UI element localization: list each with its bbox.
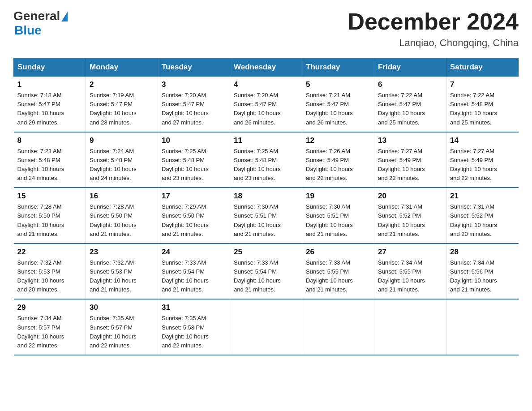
calendar-day-cell: 19 Sunrise: 7:30 AMSunset: 5:51 PMDaylig… [302,188,374,244]
day-number: 4 [234,80,298,89]
calendar-header-row: SundayMondayTuesdayWednesdayThursdayFrid… [14,58,519,77]
day-info: Sunrise: 7:33 AMSunset: 5:55 PMDaylight:… [306,259,353,293]
calendar-week-row: 29 Sunrise: 7:34 AMSunset: 5:57 PMDaylig… [14,299,519,355]
day-info: Sunrise: 7:28 AMSunset: 5:50 PMDaylight:… [17,203,64,237]
day-number: 22 [17,248,82,257]
day-number: 3 [162,80,226,89]
calendar-weekday-header: Friday [374,58,446,77]
day-info: Sunrise: 7:30 AMSunset: 5:51 PMDaylight:… [306,203,353,237]
day-number: 27 [378,248,442,257]
day-number: 9 [90,136,154,145]
calendar-day-cell: 16 Sunrise: 7:28 AMSunset: 5:50 PMDaylig… [86,188,158,244]
calendar-day-cell: 2 Sunrise: 7:19 AMSunset: 5:47 PMDayligh… [86,77,158,132]
day-info: Sunrise: 7:24 AMSunset: 5:48 PMDaylight:… [90,148,137,181]
logo: General Blue [13,9,68,38]
logo-triangle-icon [61,12,68,21]
day-number: 20 [378,192,442,201]
day-info: Sunrise: 7:34 AMSunset: 5:55 PMDaylight:… [378,259,425,293]
day-info: Sunrise: 7:31 AMSunset: 5:52 PMDaylight:… [378,203,425,237]
day-number: 17 [162,192,226,201]
calendar-day-cell: 15 Sunrise: 7:28 AMSunset: 5:50 PMDaylig… [14,188,86,244]
logo-blue: Blue [14,23,42,38]
calendar-day-cell: 17 Sunrise: 7:29 AMSunset: 5:50 PMDaylig… [158,188,230,244]
day-info: Sunrise: 7:31 AMSunset: 5:52 PMDaylight:… [450,203,497,237]
calendar-day-cell [446,299,519,355]
day-info: Sunrise: 7:32 AMSunset: 5:53 PMDaylight:… [90,259,137,293]
calendar-day-cell [374,299,446,355]
calendar-day-cell: 14 Sunrise: 7:27 AMSunset: 5:49 PMDaylig… [446,132,519,188]
day-info: Sunrise: 7:21 AMSunset: 5:47 PMDaylight:… [306,92,353,125]
calendar-day-cell: 18 Sunrise: 7:30 AMSunset: 5:51 PMDaylig… [230,188,302,244]
title-block: December 2024 Lanqiao, Chongqing, China [348,9,519,49]
day-number: 1 [17,80,82,89]
day-number: 16 [90,192,154,201]
calendar-day-cell: 9 Sunrise: 7:24 AMSunset: 5:48 PMDayligh… [86,132,158,188]
logo-general: General [13,9,60,23]
day-info: Sunrise: 7:29 AMSunset: 5:50 PMDaylight:… [162,203,209,237]
day-info: Sunrise: 7:22 AMSunset: 5:47 PMDaylight:… [378,92,425,125]
calendar-title: December 2024 [348,9,519,34]
calendar-day-cell [302,299,374,355]
calendar-day-cell: 10 Sunrise: 7:25 AMSunset: 5:48 PMDaylig… [158,132,230,188]
calendar-day-cell: 21 Sunrise: 7:31 AMSunset: 5:52 PMDaylig… [446,188,519,244]
calendar-day-cell [230,299,302,355]
day-info: Sunrise: 7:25 AMSunset: 5:48 PMDaylight:… [234,148,281,181]
calendar-day-cell: 1 Sunrise: 7:18 AMSunset: 5:47 PMDayligh… [14,77,86,132]
day-info: Sunrise: 7:27 AMSunset: 5:49 PMDaylight:… [450,148,497,181]
day-info: Sunrise: 7:35 AMSunset: 5:57 PMDaylight:… [90,315,137,348]
calendar-week-row: 8 Sunrise: 7:23 AMSunset: 5:48 PMDayligh… [14,132,519,188]
calendar-day-cell: 24 Sunrise: 7:33 AMSunset: 5:54 PMDaylig… [158,244,230,300]
calendar-day-cell: 3 Sunrise: 7:20 AMSunset: 5:47 PMDayligh… [158,77,230,132]
day-info: Sunrise: 7:20 AMSunset: 5:47 PMDaylight:… [162,92,209,125]
day-number: 18 [234,192,298,201]
day-number: 14 [450,136,515,145]
day-number: 28 [450,248,515,257]
calendar-weekday-header: Wednesday [230,58,302,77]
day-number: 2 [90,80,154,89]
calendar-day-cell: 4 Sunrise: 7:20 AMSunset: 5:47 PMDayligh… [230,77,302,132]
calendar-day-cell: 23 Sunrise: 7:32 AMSunset: 5:53 PMDaylig… [86,244,158,300]
day-info: Sunrise: 7:23 AMSunset: 5:48 PMDaylight:… [17,148,64,181]
day-info: Sunrise: 7:27 AMSunset: 5:49 PMDaylight:… [378,148,425,181]
day-info: Sunrise: 7:30 AMSunset: 5:51 PMDaylight:… [234,203,281,237]
day-number: 6 [378,80,442,89]
calendar-day-cell: 12 Sunrise: 7:26 AMSunset: 5:49 PMDaylig… [302,132,374,188]
day-number: 26 [306,248,370,257]
day-number: 31 [162,303,226,312]
calendar-day-cell: 8 Sunrise: 7:23 AMSunset: 5:48 PMDayligh… [14,132,86,188]
calendar-day-cell: 20 Sunrise: 7:31 AMSunset: 5:52 PMDaylig… [374,188,446,244]
day-number: 11 [234,136,298,145]
day-info: Sunrise: 7:28 AMSunset: 5:50 PMDaylight:… [90,203,137,237]
calendar-weekday-header: Tuesday [158,58,230,77]
calendar-day-cell: 28 Sunrise: 7:34 AMSunset: 5:56 PMDaylig… [446,244,519,300]
calendar-day-cell: 5 Sunrise: 7:21 AMSunset: 5:47 PMDayligh… [302,77,374,132]
day-info: Sunrise: 7:33 AMSunset: 5:54 PMDaylight:… [234,259,281,293]
day-number: 21 [450,192,515,201]
calendar-weekday-header: Monday [86,58,158,77]
calendar-day-cell: 30 Sunrise: 7:35 AMSunset: 5:57 PMDaylig… [86,299,158,355]
day-number: 12 [306,136,370,145]
day-info: Sunrise: 7:20 AMSunset: 5:47 PMDaylight:… [234,92,281,125]
page-header: General Blue December 2024 Lanqiao, Chon… [13,9,519,49]
calendar-day-cell: 22 Sunrise: 7:32 AMSunset: 5:53 PMDaylig… [14,244,86,300]
calendar-day-cell: 29 Sunrise: 7:34 AMSunset: 5:57 PMDaylig… [14,299,86,355]
calendar-day-cell: 7 Sunrise: 7:22 AMSunset: 5:48 PMDayligh… [446,77,519,132]
day-number: 25 [234,248,298,257]
calendar-subtitle: Lanqiao, Chongqing, China [348,37,519,49]
day-number: 15 [17,192,82,201]
calendar-weekday-header: Saturday [446,58,519,77]
day-number: 13 [378,136,442,145]
calendar-table: SundayMondayTuesdayWednesdayThursdayFrid… [13,58,519,355]
calendar-day-cell: 6 Sunrise: 7:22 AMSunset: 5:47 PMDayligh… [374,77,446,132]
day-number: 19 [306,192,370,201]
day-info: Sunrise: 7:35 AMSunset: 5:58 PMDaylight:… [162,315,209,348]
day-info: Sunrise: 7:34 AMSunset: 5:56 PMDaylight:… [450,259,497,293]
day-info: Sunrise: 7:26 AMSunset: 5:49 PMDaylight:… [306,148,353,181]
day-number: 5 [306,80,370,89]
day-number: 30 [90,303,154,312]
day-number: 8 [17,136,82,145]
day-number: 24 [162,248,226,257]
day-number: 23 [90,248,154,257]
day-info: Sunrise: 7:34 AMSunset: 5:57 PMDaylight:… [17,315,64,348]
day-info: Sunrise: 7:18 AMSunset: 5:47 PMDaylight:… [17,92,64,125]
